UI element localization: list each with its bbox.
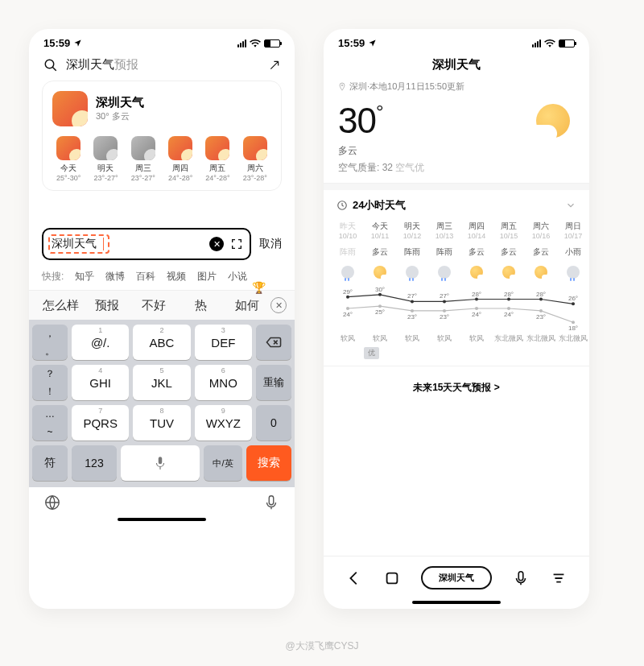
- svg-point-8: [378, 293, 382, 296]
- quick-item[interactable]: 小说: [228, 270, 247, 283]
- candidate[interactable]: 怎么样: [37, 298, 84, 313]
- day-icon: [243, 136, 267, 160]
- svg-text:29°: 29°: [343, 288, 353, 296]
- key-sym[interactable]: 符: [32, 445, 68, 481]
- fullscreen-icon[interactable]: [230, 238, 243, 250]
- weather-card[interactable]: 深圳天气 30° 多云 今天25°-30°明天23°-27°周三23°-27°周…: [42, 81, 282, 191]
- cancel-button[interactable]: 取消: [259, 237, 282, 251]
- svg-point-24: [378, 304, 382, 308]
- card-days: 今天25°-30°明天23°-27°周三23°-27°周四24°-28°周五24…: [52, 136, 271, 182]
- top-search-bar[interactable]: 深圳天气预报: [29, 52, 295, 81]
- svg-rect-3: [269, 496, 274, 505]
- menu-icon[interactable]: [550, 569, 568, 587]
- battery-icon: [264, 39, 280, 48]
- candidate[interactable]: 不好: [130, 298, 177, 313]
- candidate[interactable]: 预报: [84, 298, 130, 313]
- svg-text:24°: 24°: [504, 311, 514, 318]
- key-delete[interactable]: [256, 325, 291, 360]
- forecast-table[interactable]: 昨天10/10今天10/11明天10/12周三10/13周四10/14周五10/…: [324, 221, 589, 366]
- key-2-abc[interactable]: 2ABC: [133, 325, 190, 360]
- quick-item[interactable]: 视频: [167, 270, 186, 283]
- candidate[interactable]: 热: [177, 298, 224, 313]
- key-9-wxyz[interactable]: 9WXYZ: [195, 405, 252, 441]
- forecast-icon: [525, 264, 557, 280]
- day-col[interactable]: 周三23°-27°: [127, 136, 159, 182]
- forecast-col-head: 明天10/12: [396, 221, 428, 240]
- day-col[interactable]: 周五24°-28°: [201, 136, 233, 182]
- key-1-at[interactable]: 1@/.: [72, 325, 129, 360]
- weather-thumb-icon: [52, 91, 88, 126]
- day-label: 明天: [89, 163, 122, 174]
- mic-icon[interactable]: [512, 569, 530, 587]
- dual-sim-icon: [237, 39, 246, 48]
- forecast-cond: 多云: [493, 246, 525, 258]
- clock-icon: [336, 200, 348, 211]
- key-ime-switch[interactable]: 中/英: [204, 445, 242, 481]
- status-bar: 15:59: [324, 29, 589, 52]
- key-7-pqrs[interactable]: 7PQRS: [72, 405, 129, 441]
- quick-item[interactable]: 百科: [136, 270, 155, 283]
- key-3-def[interactable]: 3DEF: [195, 325, 252, 360]
- day-col[interactable]: 今天25°-30°: [52, 136, 85, 182]
- quick-item[interactable]: 知乎: [75, 270, 94, 283]
- quick-item[interactable]: 图片: [197, 270, 217, 283]
- svg-text:28°: 28°: [504, 291, 514, 298]
- day-range: 23°-27°: [127, 174, 159, 182]
- mic-bottom-icon[interactable]: [262, 494, 280, 511]
- key-123[interactable]: 123: [72, 445, 117, 481]
- credit: @大漠飞鹰CYSJ: [0, 639, 644, 653]
- key-0[interactable]: 0: [256, 405, 291, 441]
- svg-text:18°: 18°: [568, 325, 578, 332]
- delete-icon: [266, 337, 282, 348]
- key-retype[interactable]: 重输: [256, 365, 291, 400]
- tabs-icon[interactable]: [383, 569, 401, 587]
- forecast-icon: [332, 264, 364, 280]
- card-sub: 30° 多云: [96, 110, 144, 122]
- forecast-icon: [396, 264, 428, 280]
- forecast-col-head: 周日10/17: [557, 221, 589, 240]
- forecast-col-head: 周五10/15: [493, 221, 525, 240]
- aqi-badge: 优: [364, 347, 379, 359]
- close-candidates-icon[interactable]: ✕: [270, 297, 287, 313]
- globe-icon[interactable]: [43, 494, 61, 511]
- day-col[interactable]: 周六23°-28°: [239, 136, 271, 182]
- key-punct-dots[interactable]: …~: [32, 405, 68, 441]
- forecast-wind: 东北微风: [493, 333, 525, 344]
- day-col[interactable]: 明天23°-27°: [89, 136, 122, 182]
- back-icon[interactable]: [345, 569, 363, 587]
- key-punct-comma[interactable]: ，。: [32, 325, 68, 360]
- svg-point-16: [507, 298, 510, 301]
- key-5-jkl[interactable]: 5JKL: [133, 365, 190, 400]
- svg-point-32: [507, 307, 510, 310]
- collapse-icon[interactable]: [269, 60, 280, 71]
- wifi-icon: [544, 39, 555, 48]
- quick-item[interactable]: 微博: [105, 270, 125, 283]
- text-cursor: [103, 238, 104, 250]
- key-4-ghi[interactable]: 4GHI: [72, 365, 129, 400]
- key-punct-q[interactable]: ？！: [32, 365, 68, 400]
- svg-text:30°: 30°: [375, 286, 385, 293]
- key-6-mno[interactable]: 6MNO: [195, 365, 252, 400]
- key-8-tuv[interactable]: 8TUV: [133, 405, 190, 441]
- key-space-mic[interactable]: [121, 445, 200, 481]
- day-label: 周四: [164, 163, 196, 174]
- candidate[interactable]: 如何: [224, 298, 270, 313]
- svg-rect-1: [159, 457, 163, 464]
- key-search[interactable]: 搜索: [246, 445, 291, 481]
- svg-text:27°: 27°: [407, 292, 417, 300]
- future-15d-link[interactable]: 未来15天天气预报 >: [324, 366, 589, 407]
- day-col[interactable]: 周四24°-28°: [164, 136, 196, 182]
- clear-icon[interactable]: ✕: [209, 237, 224, 251]
- svg-point-30: [475, 307, 478, 310]
- bottom-search-pill[interactable]: 深圳天气: [421, 566, 492, 589]
- svg-point-34: [539, 309, 543, 312]
- home-indicator: [412, 601, 501, 604]
- current-temp: 30°: [338, 101, 424, 141]
- section-24h-header[interactable]: 24小时天气: [324, 190, 589, 221]
- svg-text:28°: 28°: [536, 291, 546, 298]
- svg-point-22: [346, 307, 349, 310]
- search-input[interactable]: 深圳天气 ✕: [42, 228, 251, 260]
- search-query: 深圳天气预报: [66, 57, 261, 72]
- forecast-wind: 软风: [364, 333, 396, 344]
- svg-text:27°: 27°: [440, 292, 449, 300]
